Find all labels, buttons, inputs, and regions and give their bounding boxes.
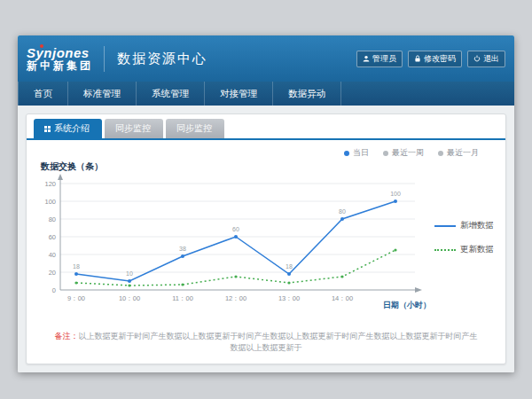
svg-text:12：00: 12：00 [225,294,246,302]
lock-icon [414,55,421,62]
svg-text:0: 0 [52,286,56,294]
tab-system-intro-label: 系统介绍 [54,122,90,135]
page-title: 数据资源中心 [117,51,207,67]
dot-icon [344,151,349,156]
user-icon [363,55,370,62]
filter-today-label: 当日 [353,147,369,159]
grid-icon [44,124,51,134]
app-header: Synjones 新中新集团 数据资源中心 管理员 修改密码 [18,35,514,82]
content-area: 系统介绍 同步监控 同步监控 当日 最近一周 [18,106,514,372]
logo-text-cn: 新中新集团 [27,59,93,72]
header-actions: 管理员 修改密码 退出 [356,51,505,67]
admin-user-button[interactable]: 管理员 [356,51,403,67]
svg-text:60: 60 [49,233,56,241]
logout-label: 退出 [483,53,499,65]
nav-item-standard-mgmt[interactable]: 标准管理 [68,82,137,106]
svg-text:18: 18 [73,263,80,270]
svg-text:日期（小时）: 日期（小时） [383,301,431,309]
svg-text:13：00: 13：00 [278,294,300,302]
svg-text:38: 38 [179,246,186,252]
svg-text:9：00: 9：00 [67,294,85,302]
nav-item-home[interactable]: 首页 [18,82,68,106]
svg-text:100: 100 [390,191,401,197]
legend-new-data-label: 新增数据 [460,220,494,231]
tab-sync-monitor-1-label: 同步监控 [115,122,151,135]
time-range-filters: 当日 最近一周 最近一月 [27,147,479,159]
legend-updated-data-label: 更新数据 [460,244,494,255]
series-legend: 新增数据 更新数据 [434,220,494,255]
filter-last-week[interactable]: 最近一周 [383,147,424,159]
tab-sync-monitor-2[interactable]: 同步监控 [166,119,224,138]
svg-text:18: 18 [286,263,293,270]
logout-button[interactable]: 退出 [467,51,505,67]
svg-text:11：00: 11：00 [172,294,193,302]
nav-item-integration-mgmt[interactable]: 对接管理 [205,82,273,106]
dot-icon [383,151,388,156]
filter-today[interactable]: 当日 [344,147,369,159]
nav-item-data-change[interactable]: 数据异动 [273,82,341,106]
svg-text:14：00: 14：00 [332,294,353,302]
tab-system-intro[interactable]: 系统介绍 [34,119,102,138]
svg-text:40: 40 [49,251,56,259]
power-icon [473,55,481,62]
change-password-label: 修改密码 [424,53,456,65]
company-logo: Synjones 新中新集团 [27,46,105,72]
solid-line-icon [434,225,456,227]
main-nav: 首页 标准管理 系统管理 对接管理 数据异动 [18,82,514,106]
dot-icon [438,151,443,156]
tab-bar: 系统介绍 同步监控 同步监控 [27,114,505,140]
admin-user-label: 管理员 [372,53,396,65]
svg-text:100: 100 [44,198,56,206]
chart-row: 0204060801001209：0010：0011：0012：0013：001… [27,173,505,317]
main-panel: 系统介绍 同步监控 同步监控 当日 最近一周 [26,113,506,364]
svg-text:10: 10 [126,270,133,277]
logo-red-dot-icon [40,44,43,48]
dotted-line-icon [434,249,456,251]
tab-sync-monitor-1[interactable]: 同步监控 [105,119,163,138]
svg-text:60: 60 [232,226,239,232]
svg-text:80: 80 [49,215,56,223]
svg-text:10：00: 10：00 [119,294,140,302]
app-window: Synjones 新中新集团 数据资源中心 管理员 修改密码 [18,35,514,372]
nav-item-system-mgmt[interactable]: 系统管理 [137,82,205,106]
footnote-text: 以上数据更新于时间产生数据以上数据更新于时间产生数据以上数据更新于时间产生数据以… [79,332,478,352]
tab-sync-monitor-2-label: 同步监控 [176,122,212,135]
svg-text:80: 80 [339,208,346,215]
logo-text-en: Synjones [27,46,93,59]
svg-text:120: 120 [44,180,56,188]
line-chart: 0204060801001209：0010：0011：0012：0013：001… [34,173,434,317]
svg-text:20: 20 [49,269,56,277]
chart-y-axis-title: 数据交换（条） [41,160,505,173]
legend-item-new-data[interactable]: 新增数据 [434,220,494,231]
filter-last-month-label: 最近一月 [447,147,479,159]
filter-last-month[interactable]: 最近一月 [438,147,479,159]
filter-last-week-label: 最近一周 [392,147,424,159]
footnote-prefix: 备注： [55,332,79,340]
legend-item-updated-data[interactable]: 更新数据 [434,244,494,255]
change-password-button[interactable]: 修改密码 [408,51,462,67]
footnote: 备注：以上数据更新于时间产生数据以上数据更新于时间产生数据以上数据更新于时间产生… [27,331,505,354]
